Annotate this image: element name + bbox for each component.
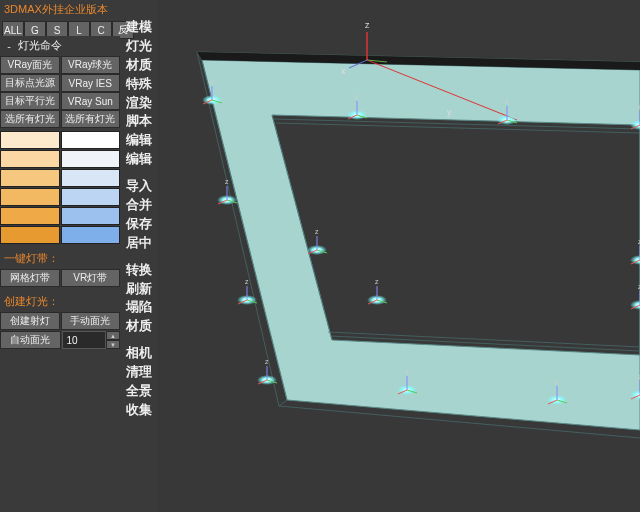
cat-导入[interactable]: 导入	[122, 177, 156, 196]
label-create: 创建灯光：	[0, 292, 120, 311]
spinner-value[interactable]: 10	[62, 331, 107, 349]
axis-y-label: y	[447, 107, 452, 117]
cat-灯光[interactable]: 灯光	[122, 37, 156, 56]
cat-塌陷[interactable]: 塌陷	[122, 298, 156, 317]
light-btn[interactable]: VRay IES	[61, 74, 121, 92]
light-btn[interactable]: 选所有灯光	[0, 110, 60, 128]
light-gizmo[interactable]: z	[257, 358, 277, 385]
btn[interactable]: 创建射灯	[0, 312, 60, 330]
color-swatch[interactable]	[0, 207, 60, 225]
btn[interactable]: 手动面光	[61, 312, 121, 330]
color-swatch[interactable]	[0, 169, 60, 187]
light-gizmo[interactable]: z	[237, 278, 257, 305]
category-sidebar: 建模灯光材质特殊渲染脚本编辑编辑导入合并保存居中转换刷新塌陷材质相机清理全景收集	[122, 18, 156, 420]
svg-text:z: z	[375, 278, 379, 285]
light-btn[interactable]: 目标点光源	[0, 74, 60, 92]
btn[interactable]: VR灯带	[61, 269, 121, 287]
svg-text:z: z	[315, 228, 319, 235]
spinner-up-icon[interactable]: ▲	[106, 331, 120, 340]
btn[interactable]: 网格灯带	[0, 269, 60, 287]
cat-全景[interactable]: 全景	[122, 382, 156, 401]
cat-合并[interactable]: 合并	[122, 196, 156, 215]
cat-清理[interactable]: 清理	[122, 363, 156, 382]
light-btn[interactable]: VRay Sun	[61, 92, 121, 110]
light-btn[interactable]: 选所有灯光	[61, 110, 121, 128]
color-swatches	[0, 131, 120, 244]
label-band: 一键灯带：	[0, 249, 120, 268]
cat-居中[interactable]: 居中	[122, 234, 156, 253]
svg-text:z: z	[210, 78, 214, 85]
cat-编辑[interactable]: 编辑	[122, 131, 156, 150]
cat-建模[interactable]: 建模	[122, 18, 156, 37]
section-header-light-cmd[interactable]: - 灯光命令	[0, 36, 120, 55]
color-swatch[interactable]	[0, 131, 60, 149]
light-gizmo[interactable]: z	[307, 228, 327, 255]
auto-value-spinner[interactable]: 10 ▲▼	[62, 331, 121, 349]
cat-编辑[interactable]: 编辑	[122, 150, 156, 169]
svg-text:z: z	[555, 378, 559, 385]
svg-text:z: z	[405, 368, 409, 375]
auto-face-light-button[interactable]: 自动面光	[0, 331, 61, 349]
light-btn[interactable]: VRay球光	[61, 56, 121, 74]
light-btn[interactable]: VRay面光	[0, 56, 60, 74]
cat-渲染[interactable]: 渲染	[122, 94, 156, 113]
color-swatch[interactable]	[0, 150, 60, 168]
collapse-icon: -	[4, 40, 14, 52]
light-gizmo[interactable]: z	[630, 238, 640, 265]
color-swatch[interactable]	[61, 188, 121, 206]
viewport-3d[interactable]: z y x zzzzzzzzzzzzzz	[157, 0, 640, 512]
svg-text:z: z	[225, 178, 229, 185]
svg-text:z: z	[505, 98, 509, 105]
left-panel: - 灯光命令 VRay面光VRay球光目标点光源VRay IES目标平行光VRa…	[0, 36, 120, 349]
cat-材质[interactable]: 材质	[122, 56, 156, 75]
cat-刷新[interactable]: 刷新	[122, 280, 156, 299]
light-gizmo[interactable]: z	[367, 278, 387, 305]
svg-text:z: z	[265, 358, 269, 365]
cat-材质[interactable]: 材质	[122, 317, 156, 336]
light-gizmo[interactable]: z	[630, 283, 640, 310]
cat-特殊[interactable]: 特殊	[122, 75, 156, 94]
section-title: 灯光命令	[18, 38, 62, 53]
svg-text:z: z	[355, 93, 359, 100]
cat-转换[interactable]: 转换	[122, 261, 156, 280]
cat-脚本[interactable]: 脚本	[122, 112, 156, 131]
light-btn[interactable]: 目标平行光	[0, 92, 60, 110]
color-swatch[interactable]	[61, 207, 121, 225]
color-swatch[interactable]	[61, 169, 121, 187]
color-swatch[interactable]	[0, 226, 60, 244]
cat-相机[interactable]: 相机	[122, 344, 156, 363]
color-swatch[interactable]	[61, 131, 121, 149]
cat-保存[interactable]: 保存	[122, 215, 156, 234]
color-swatch[interactable]	[61, 226, 121, 244]
svg-text:z: z	[245, 278, 249, 285]
cat-收集[interactable]: 收集	[122, 401, 156, 420]
axis-x-label: x	[341, 66, 346, 76]
color-swatch[interactable]	[61, 150, 121, 168]
axis-z-label: z	[365, 20, 370, 30]
color-swatch[interactable]	[0, 188, 60, 206]
spinner-down-icon[interactable]: ▼	[106, 340, 120, 349]
